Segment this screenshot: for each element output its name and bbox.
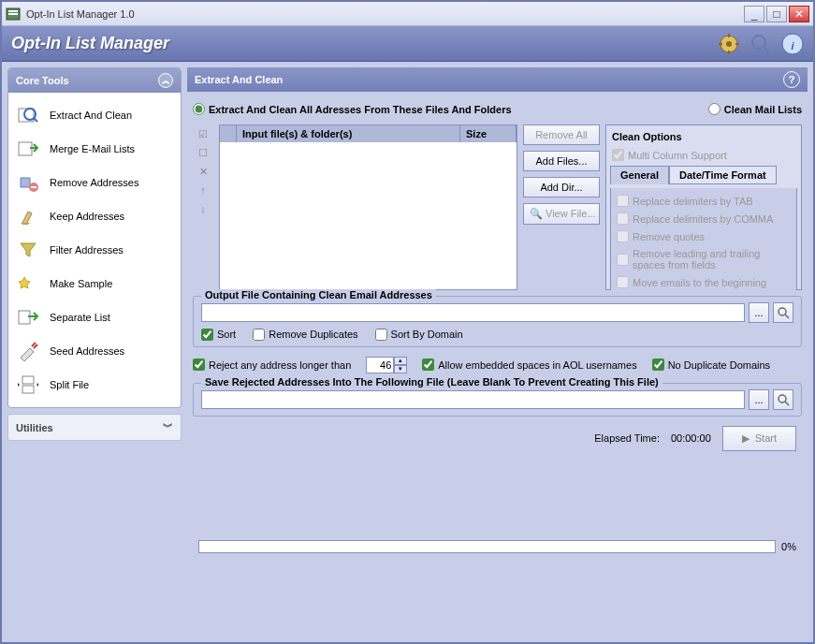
search-icon[interactable]	[750, 33, 772, 55]
sort-checkbox[interactable]: Sort	[201, 329, 236, 341]
nav-separate[interactable]: Separate List	[12, 300, 177, 334]
start-button[interactable]: ▶ Start	[722, 426, 796, 451]
grid-col-input[interactable]: Input file(s) & folder(s)	[237, 125, 460, 142]
utilities-panel-header[interactable]: Utilities ︾	[7, 414, 182, 441]
elapsed-value: 00:00:00	[671, 432, 711, 444]
magnifier-icon	[777, 306, 790, 319]
spin-down-icon[interactable]: ▾	[394, 365, 407, 373]
radio-extract-input[interactable]	[193, 103, 205, 115]
svg-rect-14	[22, 386, 34, 393]
chevron-up-icon: ︽	[158, 73, 173, 88]
svg-rect-2	[8, 13, 18, 15]
tab-general-body: Replace delimiters by TAB Replace delimi…	[610, 188, 797, 290]
spin-up-icon[interactable]: ▴	[394, 357, 407, 365]
nav-make-sample[interactable]: Make Sample	[12, 267, 177, 300]
sort-domain-checkbox[interactable]: Sort By Domain	[375, 329, 463, 341]
nav-extract-and-clean[interactable]: Extract And Clean	[12, 98, 177, 132]
input-grid: Input file(s) & folder(s) Size	[219, 124, 517, 290]
nav-seed[interactable]: Seed Addresses	[12, 334, 177, 368]
stars-icon	[16, 272, 42, 295]
delete-icon[interactable]: ✕	[195, 164, 211, 179]
core-tools-header[interactable]: Core Tools ︽	[8, 68, 181, 93]
output-path-input[interactable]	[201, 303, 745, 322]
brand-text: Opt-In List Manager	[11, 34, 708, 53]
opt-trim[interactable]: Remove leading and trailing spaces from …	[615, 247, 793, 271]
top-area: ☑ ☐ ✕ ↑ ↓ Input file(s) & folder(s) Size	[193, 124, 802, 290]
reject-length-input[interactable]	[366, 357, 394, 373]
section-header: Extract And Clean ?	[187, 67, 808, 92]
opt-remove-quotes[interactable]: Remove quotes	[615, 229, 793, 243]
view-rejected-button[interactable]	[773, 389, 793, 410]
radio-clean-input[interactable]	[708, 103, 720, 115]
titlebar: Opt-In List Manager 1.0 _ □ ✕	[2, 2, 813, 26]
view-output-button[interactable]	[773, 302, 793, 323]
maximize-button[interactable]: □	[766, 6, 787, 22]
nav-split[interactable]: Split File	[12, 368, 177, 402]
tab-datetime[interactable]: Date/Time Format	[669, 166, 777, 184]
main-area: Extract And Clean ? Extract And Clean Al…	[187, 67, 808, 637]
radio-extract-all[interactable]: Extract And Clean All Adresses From Thes…	[193, 103, 512, 115]
remove-all-button[interactable]: Remove All	[523, 124, 600, 145]
funnel-icon	[16, 239, 42, 261]
nav-filter[interactable]: Filter Addresses	[12, 233, 177, 267]
nav-label: Remove Addresses	[50, 177, 138, 188]
browse-output-button[interactable]: ...	[749, 302, 769, 323]
nav-merge[interactable]: Merge E-Mail Lists	[12, 132, 177, 166]
help-icon[interactable]: ?	[783, 71, 800, 88]
nav-label: Filter Addresses	[50, 244, 124, 256]
utilities-title: Utilities	[16, 422, 53, 433]
allow-aol-checkbox[interactable]: Allow embedded spaces in AOL usernames	[422, 359, 636, 371]
output-row: ...	[201, 302, 793, 323]
rejected-path-input[interactable]	[201, 390, 745, 409]
chevron-down-icon: ︾	[163, 420, 173, 434]
reject-length-spinner[interactable]: ▴ ▾	[366, 357, 407, 373]
nav-label: Split File	[50, 379, 89, 390]
progress-bar	[198, 540, 776, 553]
close-button[interactable]: ✕	[789, 6, 809, 22]
nav-label: Separate List	[50, 312, 110, 323]
nav-label: Extract And Clean	[50, 110, 132, 121]
rejected-row: ...	[201, 389, 793, 410]
no-dup-domain-checkbox[interactable]: No Duplicate Domains	[652, 359, 770, 371]
progress-pct: 0%	[781, 541, 796, 552]
puzzle-minus-icon	[16, 171, 42, 194]
add-dir-button[interactable]: Add Dir...	[523, 177, 600, 198]
opt-replace-comma[interactable]: Replace delimiters by COMMA	[615, 212, 793, 226]
multi-column-checkbox[interactable]: Multi Column Support	[610, 148, 797, 162]
radio-clean-lists[interactable]: Clean Mail Lists	[708, 103, 802, 115]
magnifier-icon	[777, 393, 790, 406]
grid-col-size[interactable]: Size	[460, 125, 517, 142]
svg-rect-1	[8, 10, 18, 12]
opt-replace-tab[interactable]: Replace delimiters by TAB	[615, 194, 793, 208]
svg-point-16	[779, 395, 786, 402]
merge-icon	[16, 138, 42, 160]
nav-remove[interactable]: Remove Addresses	[12, 166, 177, 199]
radio-extract-label: Extract And Clean All Adresses From Thes…	[209, 104, 512, 115]
nav-keep[interactable]: Keep Addresses	[12, 199, 177, 233]
mode-radio-row: Extract And Clean All Adresses From Thes…	[193, 99, 802, 119]
core-tools-title: Core Tools	[16, 75, 69, 86]
info-icon[interactable]: i	[781, 33, 804, 55]
uncheck-all-icon[interactable]: ☐	[195, 145, 211, 160]
file-buttons: Remove All Add Files... Add Dir... 🔍View…	[523, 124, 600, 290]
check-all-icon[interactable]: ☑	[195, 126, 211, 141]
grid-body[interactable]	[220, 142, 517, 289]
move-down-icon[interactable]: ↓	[195, 201, 211, 216]
elapsed-label: Elapsed Time:	[594, 432, 660, 444]
tab-general[interactable]: General	[610, 166, 669, 184]
output-legend: Output File Containing Clean Email Addre…	[201, 289, 436, 300]
reject-longer-checkbox[interactable]: Reject any address longer than	[193, 359, 351, 371]
app-window: Opt-In List Manager 1.0 _ □ ✕ Opt-In Lis…	[0, 0, 815, 644]
remove-dup-checkbox[interactable]: Remove Duplicates	[253, 329, 357, 341]
browse-rejected-button[interactable]: ...	[749, 389, 769, 410]
minimize-button[interactable]: _	[744, 6, 764, 22]
view-file-button[interactable]: 🔍View File...	[523, 203, 600, 225]
radio-clean-label: Clean Mail Lists	[724, 104, 802, 115]
settings-icon[interactable]	[718, 33, 740, 55]
address-options-row: Reject any address longer than ▴ ▾ Allow…	[193, 353, 802, 377]
section-title-text: Extract And Clean	[195, 74, 283, 85]
separate-icon	[16, 306, 42, 329]
add-files-button[interactable]: Add Files...	[523, 151, 600, 171]
move-up-icon[interactable]: ↑	[195, 183, 211, 198]
opt-move-emails[interactable]: Move emails to the beginning	[615, 275, 793, 289]
